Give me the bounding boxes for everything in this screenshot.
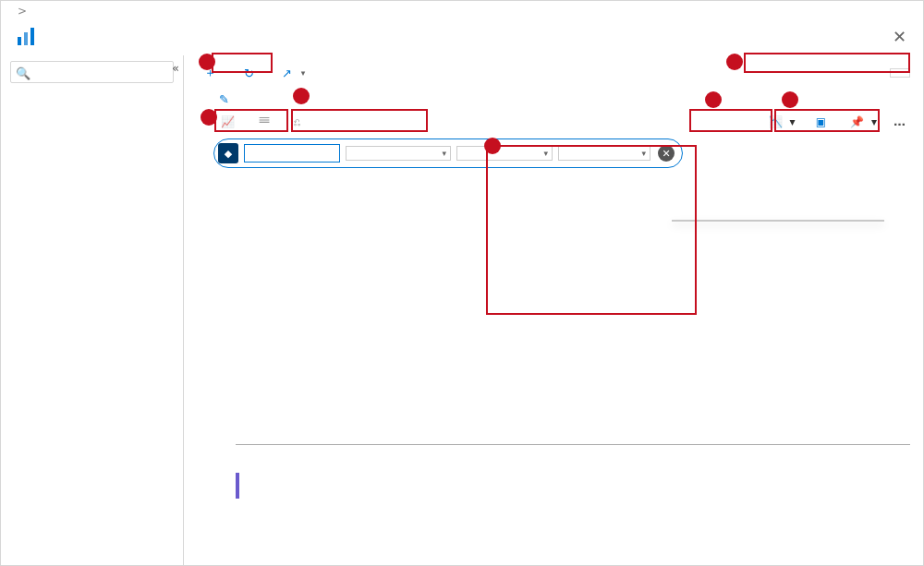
page-header: ✕: [1, 21, 923, 55]
callout-1-badge: [484, 138, 501, 154]
metric-dropdown[interactable]: [672, 220, 884, 222]
chevron-down-icon: ▾: [871, 115, 877, 128]
legend-color-swatch: [236, 473, 239, 499]
line-chart-icon: 📉: [769, 115, 783, 128]
callout-3-badge: [199, 54, 215, 70]
chevron-down-icon: ▾: [301, 68, 306, 78]
chart-legend: [236, 473, 910, 499]
alert-icon: ▣: [816, 115, 826, 128]
add-metric-button[interactable]: 📈: [213, 112, 246, 132]
svg-rect-1: [24, 32, 28, 45]
chevron-down-icon: ▾: [790, 115, 796, 128]
x-axis: [236, 449, 910, 467]
edit-title-icon[interactable]: ✎: [219, 92, 229, 106]
callout-2-badge: [201, 109, 217, 126]
metrics-toolbar: ＋ ↻ ↗▾: [197, 55, 910, 90]
callout-6-badge: [782, 91, 798, 108]
metric-select[interactable]: ▾: [456, 146, 553, 161]
remove-metric-icon[interactable]: ✕: [658, 145, 675, 162]
search-icon: 🔍: [16, 66, 30, 80]
refresh-button[interactable]: ↻: [237, 63, 265, 84]
search-input[interactable]: [10, 61, 174, 83]
pin-icon: 📌: [850, 115, 864, 128]
resource-icon: ◆: [218, 143, 238, 163]
namespace-select[interactable]: ▾: [346, 146, 451, 161]
chart-plot[interactable]: [236, 172, 910, 445]
main-content: ＋ ↻ ↗▾ ✎ 📈 𝍢 ⎌ 📉▾ ▣ 📌▾ …: [184, 55, 923, 566]
callout-5-badge: [293, 88, 310, 104]
pin-dashboard-button[interactable]: 📌▾: [843, 112, 884, 132]
callout-7-badge: [705, 91, 722, 108]
more-menu-button[interactable]: …: [890, 111, 910, 132]
chart-type-select[interactable]: 📉▾: [761, 112, 803, 132]
metric-selector: ◆ ▾ ▾ ▾ ✕: [213, 138, 683, 168]
resource-input[interactable]: [244, 144, 340, 163]
aggregation-select[interactable]: ▾: [558, 146, 650, 161]
y-axis: [197, 172, 234, 445]
metric-icon: 📈: [221, 115, 235, 128]
time-range-button[interactable]: [890, 68, 910, 78]
chart-area: [236, 172, 910, 467]
close-icon[interactable]: ✕: [889, 23, 910, 50]
apply-splitting-button[interactable]: ⎌: [286, 112, 311, 132]
metrics-resource-icon: [14, 25, 38, 49]
add-filter-button[interactable]: 𝍢: [251, 110, 281, 133]
breadcrumb-sep: >: [18, 5, 27, 18]
share-icon: ↗: [282, 66, 292, 80]
chevron-down-icon: ▾: [543, 149, 548, 158]
filter-icon: 𝍢: [259, 114, 270, 129]
chevron-down-icon: ▾: [641, 149, 646, 158]
sidebar: 🔍 «: [1, 55, 184, 566]
breadcrumb: >: [1, 1, 923, 21]
new-alert-rule-button[interactable]: ▣: [808, 112, 837, 132]
callout-4-badge: [726, 54, 743, 70]
share-button[interactable]: ↗▾: [274, 63, 312, 84]
chevron-down-icon: ▾: [442, 149, 446, 158]
chart-command-bar: 📈 𝍢 ⎌ 📉▾ ▣ 📌▾ …: [197, 110, 910, 138]
split-icon: ⎌: [294, 115, 300, 128]
refresh-icon: ↻: [244, 66, 254, 80]
collapse-sidebar-icon[interactable]: «: [172, 61, 179, 75]
svg-rect-2: [30, 28, 34, 45]
svg-rect-0: [18, 37, 21, 45]
